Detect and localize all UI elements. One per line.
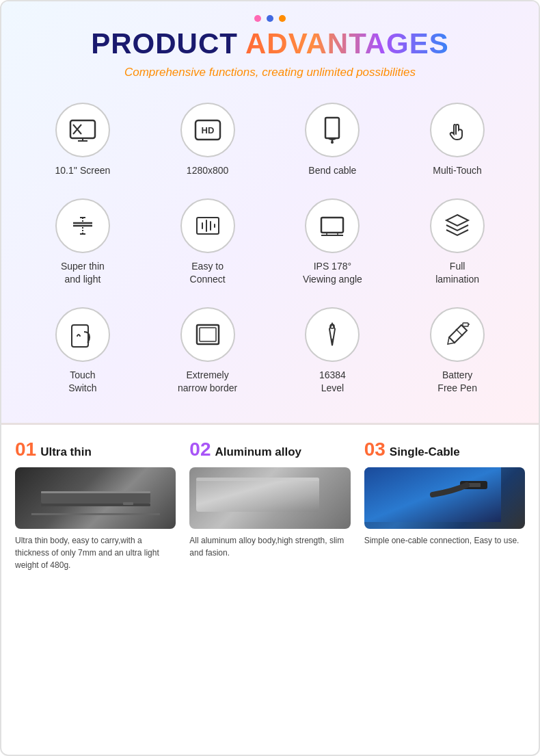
feature-super-thin: Super thinand light [22, 192, 144, 294]
svg-rect-36 [196, 478, 319, 481]
layers-icon [430, 198, 485, 253]
feature-lamination: Fulllamination [396, 192, 518, 294]
aluminum-number: 02 [189, 439, 211, 460]
feature-screen: 10.1'' Screen [22, 96, 144, 185]
narrow-border-label: Extremelynarrow border [178, 369, 237, 395]
svg-line-28 [456, 329, 463, 336]
ultra-thin-header: 01 Ultra thin [15, 439, 176, 460]
pen-level-icon [305, 307, 360, 362]
touch-switch-label: TouchSwitch [68, 369, 96, 395]
features-grid: 10.1'' Screen HD 1280x800 [15, 96, 525, 402]
ultra-thin-image [15, 467, 176, 529]
easy-connect-label: Easy toConnect [190, 260, 226, 287]
single-cable-title: Single-Cable [390, 445, 460, 459]
single-cable-header: 03 Single-Cable [364, 439, 525, 460]
feature-resolution: HD 1280x800 [147, 96, 269, 185]
svg-point-23 [87, 341, 89, 343]
dots-row [15, 15, 525, 22]
feature-multi-touch: Multi-Touch [396, 96, 518, 185]
svg-rect-25 [200, 328, 216, 341]
advantage-ultra-thin: 01 Ultra thin Ultra thin body, eas [15, 439, 176, 571]
bend-cable-label: Bend cable [308, 164, 356, 178]
title-advantages: ADVANTAGES [245, 27, 449, 60]
aluminum-header: 02 Aluminum alloy [189, 439, 350, 460]
thin-icon [55, 198, 110, 253]
dot-blue [267, 15, 273, 22]
narrow-border-icon [180, 307, 235, 362]
screen-icon [55, 103, 110, 157]
dot-orange [279, 15, 286, 22]
feature-easy-connect: Easy toConnect [147, 192, 269, 294]
resolution-label: 1280x800 [187, 164, 229, 178]
multi-touch-label: Multi-Touch [433, 164, 482, 178]
svg-rect-29 [463, 323, 468, 326]
ultra-thin-title: Ultra thin [40, 445, 92, 459]
svg-rect-33 [41, 491, 150, 493]
svg-rect-32 [41, 504, 150, 506]
ultra-thin-number: 01 [15, 439, 36, 460]
feature-battery-free: BatteryFree Pen [396, 300, 518, 402]
feature-level: 16384Level [272, 300, 394, 402]
ips-label: IPS 178°Viewing angle [303, 260, 362, 287]
multi-touch-icon [430, 103, 485, 157]
connect-icon [180, 198, 235, 253]
svg-rect-17 [197, 218, 219, 234]
svg-point-10 [331, 141, 334, 144]
single-cable-image [364, 467, 525, 529]
aluminum-desc: All aluminum alloy body,high strength, s… [189, 534, 350, 559]
svg-rect-35 [196, 478, 319, 512]
svg-rect-34 [123, 502, 133, 505]
super-thin-label: Super thinand light [61, 260, 105, 287]
feature-bend-cable: Bend cable [272, 96, 394, 185]
title-product: PRODUCT [91, 27, 245, 60]
svg-rect-8 [325, 118, 339, 138]
aluminum-title: Aluminum alloy [215, 445, 301, 459]
main-container: PRODUCT ADVANTAGES Comprehensive functio… [0, 0, 540, 756]
svg-rect-0 [70, 120, 95, 138]
thin-product-image [15, 467, 176, 529]
advantage-aluminum: 02 Aluminum alloy [189, 439, 350, 571]
screen-label: 10.1'' Screen [55, 164, 110, 178]
svg-rect-18 [321, 218, 343, 233]
bottom-section: 01 Ultra thin Ultra thin body, eas [1, 425, 539, 595]
battery-free-pen-icon [430, 307, 485, 362]
feature-touch-switch: TouchSwitch [22, 300, 144, 402]
feature-ips: IPS 178°Viewing angle [272, 192, 394, 294]
advantage-single-cable: 03 Single-Cable [364, 439, 525, 571]
dot-pink [254, 15, 261, 22]
subtitle: Comprehensive functions, creating unlimi… [15, 66, 525, 79]
aluminum-product-image [189, 467, 350, 529]
svg-text:HD: HD [201, 125, 214, 135]
hd-icon: HD [180, 103, 235, 157]
ultra-thin-desc: Ultra thin body, easy to carry,with a th… [15, 534, 176, 571]
single-cable-desc: Simple one-cable connection, Easy to use… [364, 534, 525, 547]
cable-product-image [364, 467, 525, 529]
aluminum-image [189, 467, 350, 529]
touch-switch-icon [55, 307, 110, 362]
single-cable-number: 03 [364, 439, 386, 460]
feature-narrow-border: Extremelynarrow border [147, 300, 269, 402]
level-label: 16384Level [319, 369, 346, 395]
ips-icon [305, 198, 360, 253]
bend-cable-icon [305, 103, 360, 157]
top-section: PRODUCT ADVANTAGES Comprehensive functio… [1, 1, 539, 425]
battery-free-label: BatteryFree Pen [437, 369, 477, 395]
lamination-label: Fulllamination [435, 260, 479, 287]
title-row: PRODUCT ADVANTAGES [15, 27, 525, 60]
advantages-row: 01 Ultra thin Ultra thin body, eas [15, 439, 525, 571]
